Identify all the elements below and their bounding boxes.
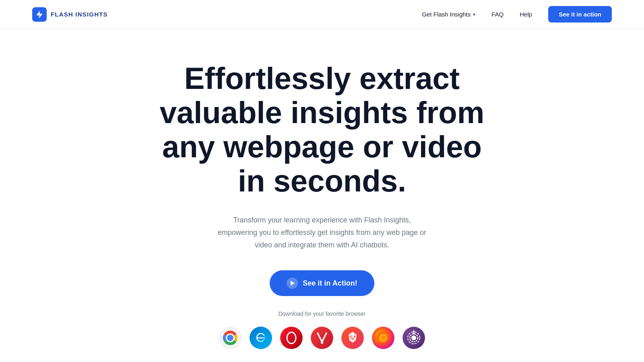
firefox-browser-icon[interactable] — [372, 327, 394, 349]
svg-point-3 — [227, 335, 233, 341]
get-flash-insights-menu[interactable]: Get Flash Insights ▾ — [422, 11, 475, 18]
see-it-in-action-button[interactable]: See it in action — [548, 6, 612, 23]
hero-section: Effortlessly extract valuable insights f… — [0, 29, 644, 362]
hero-title: Effortlessly extract valuable insights f… — [149, 61, 495, 198]
vivaldi-browser-icon[interactable] — [311, 327, 333, 349]
help-link[interactable]: Help — [520, 11, 532, 18]
opera-browser-icon[interactable] — [280, 327, 303, 349]
svg-point-19 — [411, 335, 416, 340]
svg-point-14 — [354, 335, 355, 337]
get-flash-insights-label: Get Flash Insights — [422, 11, 471, 18]
svg-point-7 — [280, 327, 303, 349]
edge-browser-icon[interactable] — [250, 327, 272, 349]
hero-cta-button[interactable]: See it in Action! — [270, 270, 374, 296]
hero-subtitle: Transform your learning experience with … — [217, 214, 427, 251]
hero-cta-label: See it in Action! — [303, 279, 357, 288]
browser-icons-row — [219, 327, 425, 349]
download-label: Download for your favorite browser — [278, 311, 365, 317]
navbar: FLASH INSIGHTS Get Flash Insights ▾ FAQ … — [0, 0, 644, 29]
brave-browser-icon[interactable] — [341, 327, 364, 349]
logo[interactable]: FLASH INSIGHTS — [32, 7, 108, 22]
nav-links: Get Flash Insights ▾ FAQ Help See it in … — [422, 6, 612, 23]
svg-point-17 — [380, 335, 386, 341]
faq-link[interactable]: FAQ — [491, 11, 504, 18]
play-icon — [287, 278, 298, 289]
chrome-browser-icon[interactable] — [219, 327, 242, 349]
svg-point-13 — [350, 335, 351, 337]
play-triangle — [291, 281, 295, 286]
logo-text: FLASH INSIGHTS — [51, 11, 108, 18]
chevron-down-icon: ▾ — [473, 12, 475, 17]
svg-point-11 — [321, 341, 323, 344]
logo-icon — [32, 7, 47, 22]
svg-point-10 — [311, 327, 333, 349]
tor-browser-icon[interactable] — [402, 327, 425, 349]
